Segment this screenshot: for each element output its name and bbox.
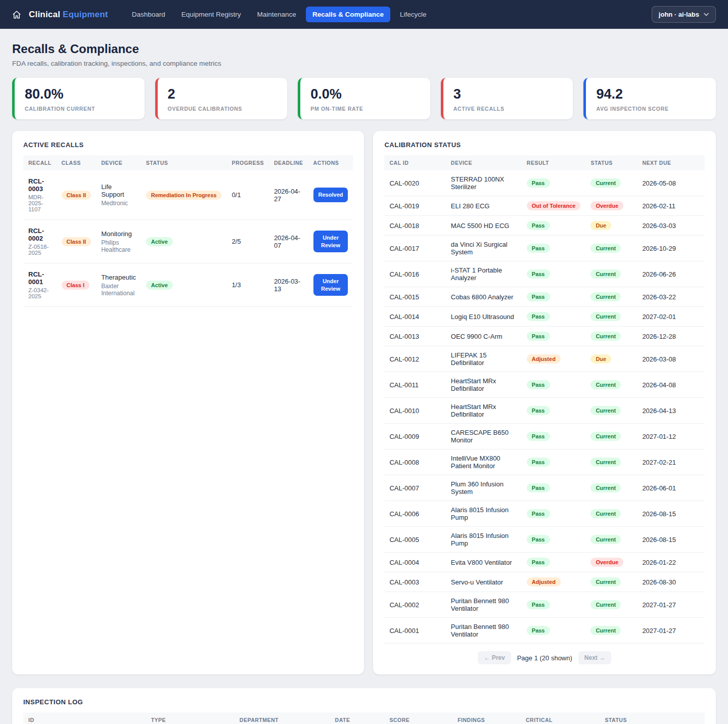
cal-result-cell: Pass bbox=[522, 236, 586, 261]
recall-actions-cell: Under Review bbox=[308, 263, 353, 307]
nav-item[interactable]: Dashboard bbox=[125, 7, 172, 22]
nav-item[interactable]: Equipment Registry bbox=[175, 7, 248, 22]
cal-next-due-cell: 2026-08-30 bbox=[637, 572, 705, 592]
cal-device-cell: Puritan Bennett 980 Ventilator bbox=[446, 592, 522, 618]
home-icon[interactable] bbox=[12, 10, 21, 19]
kpi-label: ACTIVE RECALLS bbox=[453, 106, 563, 112]
nav-item[interactable]: Recalls & Compliance bbox=[306, 7, 390, 22]
recall-actions-cell: Under Review bbox=[308, 220, 353, 263]
result-badge: Pass bbox=[527, 432, 550, 441]
recall-action-button[interactable]: Resolved bbox=[313, 188, 348, 202]
column-header: STATUS bbox=[585, 155, 637, 170]
status-badge: Due bbox=[590, 354, 611, 364]
column-header: FINDINGS bbox=[452, 712, 521, 724]
cal-device-cell: ELI 280 ECG bbox=[446, 196, 522, 216]
cal-result-cell: Pass bbox=[522, 372, 586, 398]
cal-next-due-cell: 2026-05-08 bbox=[637, 170, 705, 196]
cal-result-cell: Pass bbox=[522, 261, 586, 287]
cal-status-cell: Current bbox=[585, 372, 637, 398]
cal-result-cell: Pass bbox=[522, 592, 586, 618]
cal-device-cell: i-STAT 1 Portable Analyzer bbox=[446, 261, 522, 287]
cal-result-cell: Pass bbox=[522, 618, 586, 644]
column-header: SCORE bbox=[384, 712, 452, 724]
recall-class-cell: Class I bbox=[57, 263, 97, 307]
result-badge: Pass bbox=[527, 292, 550, 301]
calibration-row: CAL-0012 LIFEPAK 15 Defibrillator Adjust… bbox=[384, 346, 705, 372]
column-header: CAL ID bbox=[384, 155, 445, 170]
cal-next-due-cell: 2026-04-08 bbox=[637, 372, 705, 398]
cal-device-cell: MAC 5500 HD ECG bbox=[446, 216, 522, 236]
column-header: ID bbox=[23, 712, 146, 724]
calibration-row: CAL-0003 Servo-u Ventilator Adjusted Cur… bbox=[384, 572, 705, 592]
status-badge: Current bbox=[590, 269, 621, 279]
nav-item[interactable]: Maintenance bbox=[251, 7, 303, 22]
result-badge: Pass bbox=[527, 244, 550, 253]
status-badge: Current bbox=[590, 509, 621, 518]
app-header: ClinicalEquipment Dashboard Equipment Re… bbox=[0, 0, 728, 29]
column-header: DEVICE bbox=[446, 155, 522, 170]
calibration-status-title: CALIBRATION STATUS bbox=[384, 141, 705, 149]
column-header: STATUS bbox=[600, 712, 705, 724]
cal-status-cell: Current bbox=[585, 449, 637, 475]
kpi-value: 0.0% bbox=[310, 86, 420, 102]
status-badge: Current bbox=[590, 292, 621, 301]
status-badge: Current bbox=[590, 244, 621, 253]
cal-next-due-cell: 2026-06-01 bbox=[637, 475, 705, 501]
result-badge: Pass bbox=[527, 626, 550, 635]
next-button[interactable]: Next → bbox=[578, 651, 611, 664]
cal-next-due-cell: 2026-08-15 bbox=[637, 501, 705, 527]
result-badge: Out of Tolerance bbox=[527, 201, 581, 210]
status-badge: Current bbox=[590, 432, 621, 441]
device-category: Life Support bbox=[101, 183, 136, 198]
cal-status-cell: Due bbox=[585, 216, 637, 236]
column-header: TYPE bbox=[146, 712, 235, 724]
recalls-header-row: RECALLCLASSDEVICESTATUSPROGRESSDEADLINEA… bbox=[23, 155, 353, 170]
cal-status-cell: Current bbox=[585, 287, 637, 307]
recall-id: RCL-0001 bbox=[28, 270, 52, 286]
calibration-table: CAL IDDEVICERESULTSTATUSNEXT DUE CAL-002… bbox=[384, 155, 705, 644]
cal-id-cell: CAL-0011 bbox=[384, 372, 445, 398]
status-badge: Current bbox=[590, 483, 621, 492]
kpi-row: 80.0% CALIBRATION CURRENT 2 OVERDUE CALI… bbox=[12, 78, 716, 119]
status-badge: Current bbox=[590, 312, 621, 321]
recalls-table: RECALLCLASSDEVICESTATUSPROGRESSDEADLINEA… bbox=[23, 155, 353, 307]
recall-deadline-cell: 2026-04-27 bbox=[269, 170, 308, 220]
page-title: Recalls & Compliance bbox=[12, 42, 716, 56]
cal-id-cell: CAL-0016 bbox=[384, 261, 445, 287]
cal-status-cell: Current bbox=[585, 424, 637, 449]
cal-result-cell: Pass bbox=[522, 527, 586, 553]
cal-id-cell: CAL-0010 bbox=[384, 398, 445, 424]
cal-next-due-cell: 2027-02-21 bbox=[637, 449, 705, 475]
cal-device-cell: Alaris 8015 Infusion Pump bbox=[446, 501, 522, 527]
calibration-row: CAL-0008 IntelliVue MX800 Patient Monito… bbox=[384, 449, 705, 475]
cal-result-cell: Out of Tolerance bbox=[522, 196, 586, 216]
cal-id-cell: CAL-0007 bbox=[384, 475, 445, 501]
calibration-row: CAL-0004 Evita V800 Ventilator Pass Over… bbox=[384, 553, 705, 572]
recall-action-button[interactable]: Under Review bbox=[313, 231, 348, 252]
nav-item[interactable]: Lifecycle bbox=[393, 7, 433, 22]
cal-result-cell: Pass bbox=[522, 216, 586, 236]
recall-action-button[interactable]: Under Review bbox=[313, 274, 348, 296]
calibration-row: CAL-0016 i-STAT 1 Portable Analyzer Pass… bbox=[384, 261, 705, 287]
status-badge: Current bbox=[590, 406, 621, 415]
recall-device-cell: Therapeutic Baxter International bbox=[96, 263, 141, 307]
cal-device-cell: Logiq E10 Ultrasound bbox=[446, 307, 522, 327]
cal-status-cell: Overdue bbox=[585, 196, 637, 216]
cal-result-cell: Pass bbox=[522, 424, 586, 449]
user-menu[interactable]: john · ai-labs bbox=[652, 6, 716, 23]
cal-id-cell: CAL-0006 bbox=[384, 501, 445, 527]
kpi-label: AVG INSPECTION SCORE bbox=[596, 106, 706, 112]
prev-button[interactable]: ← Prev bbox=[478, 651, 511, 664]
calibration-row: CAL-0001 Puritan Bennett 980 Ventilator … bbox=[384, 618, 705, 644]
cal-id-cell: CAL-0019 bbox=[384, 196, 445, 216]
status-badge: Overdue bbox=[590, 201, 623, 210]
cal-next-due-cell: 2026-10-29 bbox=[637, 236, 705, 261]
cal-device-cell: Cobas 6800 Analyzer bbox=[446, 287, 522, 307]
cal-result-cell: Pass bbox=[522, 327, 586, 346]
cal-device-cell: Puritan Bennett 980 Ventilator bbox=[446, 618, 522, 644]
recall-ref: Z-0342-2025 bbox=[28, 287, 52, 299]
kpi-value: 80.0% bbox=[25, 86, 134, 102]
cal-result-cell: Pass bbox=[522, 287, 586, 307]
brand-secondary: Equipment bbox=[63, 10, 108, 19]
recall-status-cell: Active bbox=[141, 263, 227, 307]
